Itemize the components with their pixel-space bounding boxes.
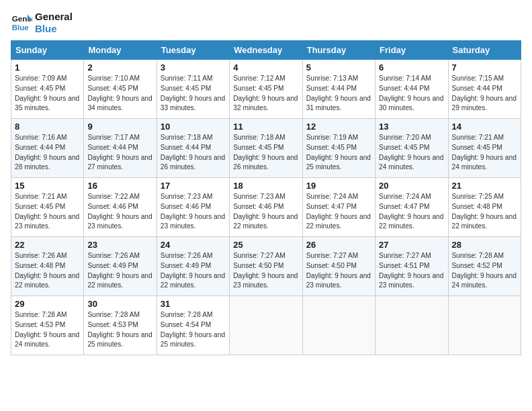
- day-number: 26: [306, 240, 371, 250]
- day-info: Sunrise: 7:09 AMSunset: 4:45 PMDaylight:…: [15, 75, 79, 111]
- calendar-day-9: 9 Sunrise: 7:17 AMSunset: 4:44 PMDayligh…: [84, 119, 157, 178]
- calendar-day-17: 17 Sunrise: 7:23 AMSunset: 4:46 PMDaylig…: [157, 178, 229, 237]
- day-info: Sunrise: 7:11 AMSunset: 4:45 PMDaylight:…: [161, 75, 225, 111]
- calendar-day-21: 21 Sunrise: 7:25 AMSunset: 4:48 PMDaylig…: [448, 178, 521, 237]
- day-number: 24: [161, 240, 226, 250]
- day-info: Sunrise: 7:27 AMSunset: 4:50 PMDaylight:…: [306, 252, 371, 289]
- page-header: General Blue General Blue: [11, 11, 521, 35]
- calendar-week-2: 8 Sunrise: 7:16 AMSunset: 4:44 PMDayligh…: [11, 119, 521, 178]
- day-info: Sunrise: 7:23 AMSunset: 4:46 PMDaylight:…: [233, 193, 298, 230]
- day-number: 14: [452, 122, 517, 132]
- calendar-day-31: 31 Sunrise: 7:28 AMSunset: 4:54 PMDaylig…: [157, 296, 229, 355]
- day-header-monday: Monday: [84, 41, 157, 60]
- calendar-day-4: 4 Sunrise: 7:12 AMSunset: 4:45 PMDayligh…: [230, 60, 302, 119]
- calendar-day-18: 18 Sunrise: 7:23 AMSunset: 4:46 PMDaylig…: [230, 178, 302, 237]
- calendar-day-10: 10 Sunrise: 7:18 AMSunset: 4:44 PMDaylig…: [157, 119, 229, 178]
- day-info: Sunrise: 7:21 AMSunset: 4:45 PMDaylight:…: [15, 193, 79, 230]
- day-number: 13: [379, 122, 444, 132]
- day-number: 10: [161, 122, 226, 132]
- calendar-week-4: 22 Sunrise: 7:26 AMSunset: 4:48 PMDaylig…: [11, 237, 521, 296]
- day-info: Sunrise: 7:28 AMSunset: 4:53 PMDaylight:…: [15, 311, 79, 348]
- day-number: 16: [87, 181, 152, 191]
- calendar-day-3: 3 Sunrise: 7:11 AMSunset: 4:45 PMDayligh…: [157, 60, 229, 119]
- empty-day: [375, 296, 448, 355]
- calendar-day-1: 1 Sunrise: 7:09 AMSunset: 4:45 PMDayligh…: [11, 60, 84, 119]
- day-number: 12: [306, 122, 371, 132]
- day-info: Sunrise: 7:24 AMSunset: 4:47 PMDaylight:…: [306, 193, 371, 230]
- calendar-day-11: 11 Sunrise: 7:18 AMSunset: 4:45 PMDaylig…: [230, 119, 302, 178]
- calendar-week-3: 15 Sunrise: 7:21 AMSunset: 4:45 PMDaylig…: [11, 178, 521, 237]
- calendar-day-8: 8 Sunrise: 7:16 AMSunset: 4:44 PMDayligh…: [11, 119, 84, 178]
- calendar-day-13: 13 Sunrise: 7:20 AMSunset: 4:45 PMDaylig…: [375, 119, 448, 178]
- calendar-day-26: 26 Sunrise: 7:27 AMSunset: 4:50 PMDaylig…: [302, 237, 375, 296]
- day-header-thursday: Thursday: [302, 41, 375, 60]
- day-info: Sunrise: 7:23 AMSunset: 4:46 PMDaylight:…: [161, 193, 225, 230]
- calendar-week-5: 29 Sunrise: 7:28 AMSunset: 4:53 PMDaylig…: [11, 296, 521, 355]
- day-info: Sunrise: 7:27 AMSunset: 4:50 PMDaylight:…: [233, 252, 298, 289]
- calendar-week-1: 1 Sunrise: 7:09 AMSunset: 4:45 PMDayligh…: [11, 60, 521, 119]
- day-number: 8: [15, 122, 80, 132]
- day-number: 31: [161, 299, 226, 309]
- svg-text:Blue: Blue: [12, 24, 30, 32]
- day-info: Sunrise: 7:13 AMSunset: 4:44 PMDaylight:…: [306, 75, 371, 111]
- empty-day: [448, 296, 521, 355]
- day-info: Sunrise: 7:14 AMSunset: 4:44 PMDaylight:…: [379, 75, 443, 111]
- calendar-day-6: 6 Sunrise: 7:14 AMSunset: 4:44 PMDayligh…: [375, 60, 448, 119]
- day-number: 4: [233, 62, 298, 73]
- day-number: 15: [15, 181, 80, 191]
- calendar-header-row: SundayMondayTuesdayWednesdayThursdayFrid…: [11, 41, 521, 60]
- day-header-saturday: Saturday: [448, 41, 521, 60]
- calendar-day-22: 22 Sunrise: 7:26 AMSunset: 4:48 PMDaylig…: [11, 237, 84, 296]
- calendar-day-29: 29 Sunrise: 7:28 AMSunset: 4:53 PMDaylig…: [11, 296, 84, 355]
- calendar-day-2: 2 Sunrise: 7:10 AMSunset: 4:45 PMDayligh…: [84, 60, 157, 119]
- day-number: 2: [87, 62, 152, 73]
- day-number: 23: [87, 240, 152, 250]
- calendar-day-16: 16 Sunrise: 7:22 AMSunset: 4:46 PMDaylig…: [84, 178, 157, 237]
- day-header-wednesday: Wednesday: [230, 41, 302, 60]
- day-info: Sunrise: 7:28 AMSunset: 4:53 PMDaylight:…: [87, 311, 152, 348]
- day-info: Sunrise: 7:26 AMSunset: 4:49 PMDaylight:…: [161, 252, 225, 289]
- calendar-day-28: 28 Sunrise: 7:28 AMSunset: 4:52 PMDaylig…: [448, 237, 521, 296]
- day-number: 1: [15, 62, 80, 73]
- day-info: Sunrise: 7:20 AMSunset: 4:45 PMDaylight:…: [379, 134, 443, 171]
- day-info: Sunrise: 7:26 AMSunset: 4:49 PMDaylight:…: [87, 252, 152, 289]
- calendar-day-27: 27 Sunrise: 7:27 AMSunset: 4:51 PMDaylig…: [375, 237, 448, 296]
- calendar-table: SundayMondayTuesdayWednesdayThursdayFrid…: [11, 40, 521, 355]
- calendar-day-12: 12 Sunrise: 7:19 AMSunset: 4:45 PMDaylig…: [302, 119, 375, 178]
- day-info: Sunrise: 7:25 AMSunset: 4:48 PMDaylight:…: [452, 193, 517, 230]
- day-info: Sunrise: 7:21 AMSunset: 4:45 PMDaylight:…: [452, 134, 517, 171]
- calendar-day-15: 15 Sunrise: 7:21 AMSunset: 4:45 PMDaylig…: [11, 178, 84, 237]
- calendar-day-5: 5 Sunrise: 7:13 AMSunset: 4:44 PMDayligh…: [302, 60, 375, 119]
- calendar-day-7: 7 Sunrise: 7:15 AMSunset: 4:44 PMDayligh…: [448, 60, 521, 119]
- day-info: Sunrise: 7:18 AMSunset: 4:45 PMDaylight:…: [233, 134, 298, 171]
- calendar-day-30: 30 Sunrise: 7:28 AMSunset: 4:53 PMDaylig…: [84, 296, 157, 355]
- logo: General Blue General Blue: [11, 11, 73, 35]
- day-number: 9: [87, 122, 152, 132]
- day-info: Sunrise: 7:10 AMSunset: 4:45 PMDaylight:…: [87, 75, 152, 111]
- day-info: Sunrise: 7:26 AMSunset: 4:48 PMDaylight:…: [15, 252, 79, 289]
- day-info: Sunrise: 7:22 AMSunset: 4:46 PMDaylight:…: [87, 193, 152, 230]
- day-number: 19: [306, 181, 371, 191]
- day-info: Sunrise: 7:16 AMSunset: 4:44 PMDaylight:…: [15, 134, 79, 171]
- day-number: 21: [452, 181, 517, 191]
- day-info: Sunrise: 7:18 AMSunset: 4:44 PMDaylight:…: [161, 134, 225, 171]
- day-header-sunday: Sunday: [11, 41, 84, 60]
- day-number: 28: [452, 240, 517, 250]
- day-header-friday: Friday: [375, 41, 448, 60]
- calendar-day-19: 19 Sunrise: 7:24 AMSunset: 4:47 PMDaylig…: [302, 178, 375, 237]
- day-number: 11: [233, 122, 298, 132]
- day-number: 3: [161, 62, 226, 73]
- calendar-day-25: 25 Sunrise: 7:27 AMSunset: 4:50 PMDaylig…: [230, 237, 302, 296]
- day-number: 18: [233, 181, 298, 191]
- day-number: 25: [233, 240, 298, 250]
- calendar-day-20: 20 Sunrise: 7:24 AMSunset: 4:47 PMDaylig…: [375, 178, 448, 237]
- day-info: Sunrise: 7:27 AMSunset: 4:51 PMDaylight:…: [379, 252, 443, 289]
- calendar-day-24: 24 Sunrise: 7:26 AMSunset: 4:49 PMDaylig…: [157, 237, 229, 296]
- day-number: 7: [452, 62, 517, 73]
- day-info: Sunrise: 7:12 AMSunset: 4:45 PMDaylight:…: [233, 75, 298, 111]
- day-info: Sunrise: 7:15 AMSunset: 4:44 PMDaylight:…: [452, 75, 517, 111]
- day-number: 17: [161, 181, 226, 191]
- day-number: 22: [15, 240, 80, 250]
- day-info: Sunrise: 7:19 AMSunset: 4:45 PMDaylight:…: [306, 134, 371, 171]
- logo-blue: Blue: [35, 23, 73, 35]
